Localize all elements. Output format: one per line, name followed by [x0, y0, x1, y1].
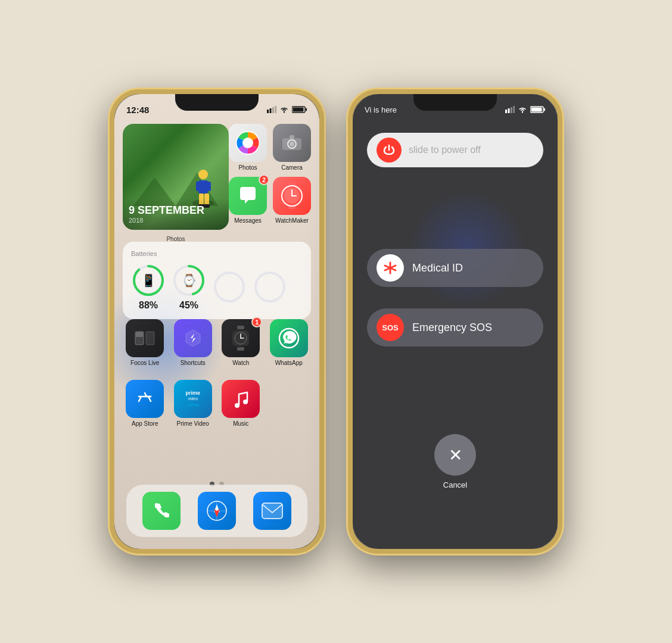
battery-title: Batteries [131, 250, 303, 257]
svg-point-32 [215, 273, 244, 301]
photo-widget[interactable]: 9 SEPTEMBER 2018 [123, 124, 229, 230]
battery-watch: ⌚ 45% [172, 263, 206, 311]
battery-empty1 [212, 270, 247, 304]
svg-rect-11 [207, 182, 211, 191]
watch-badge: 1 [251, 317, 262, 327]
svg-rect-2 [272, 107, 274, 113]
music-icon-img [222, 380, 260, 418]
cancel-label: Cancel [443, 480, 467, 489]
watchmaker-icon-img [273, 177, 311, 215]
wifi-icon [279, 106, 289, 113]
battery-icon-2 [530, 106, 546, 113]
signal-icon [267, 106, 276, 113]
asterisk-icon [384, 261, 397, 274]
svg-rect-55 [514, 106, 515, 113]
primevideo-label: Prime Video [177, 420, 209, 427]
cancel-button[interactable]: ✕ Cancel [434, 434, 476, 489]
svg-point-33 [256, 273, 284, 301]
appstore-svg [134, 388, 155, 410]
notch [175, 94, 259, 111]
music-label: Music [233, 420, 248, 427]
medical-id-label: Medical ID [412, 262, 463, 274]
app-watchmaker[interactable]: WatchMaker [273, 177, 311, 224]
photos-icon-img [229, 124, 267, 162]
battery-iphone-pct: 88% [139, 300, 158, 311]
dock-phone[interactable] [142, 492, 181, 530]
focos-svg [134, 329, 155, 347]
phone-svg [151, 501, 172, 521]
app-row-1: Focos Live Shortcuts 1 [123, 319, 311, 366]
dock-phone-icon [142, 492, 181, 530]
emergency-sos-button[interactable]: SOS Emergency SOS [367, 308, 543, 347]
app-whatsapp[interactable]: WhatsApp [267, 319, 312, 366]
phone1: 12:48 [110, 89, 324, 554]
prime-inner: prime video [185, 391, 200, 407]
svg-rect-5 [306, 108, 307, 111]
dock-mail[interactable] [253, 492, 291, 530]
power-slider[interactable]: slide to power off [367, 133, 543, 167]
cancel-circle[interactable]: ✕ [434, 434, 476, 476]
app-primevideo[interactable]: prime video Prime Video [171, 380, 216, 427]
slide-label: slide to power off [409, 145, 481, 155]
watchmaker-svg [281, 183, 303, 209]
battery-widget: Batteries 📱 88% [123, 242, 311, 319]
svg-point-45 [243, 399, 248, 404]
dock-mail-icon [253, 492, 291, 530]
shortcuts-label: Shortcuts [181, 360, 206, 366]
svg-rect-57 [544, 108, 545, 111]
blur-overlay [353, 177, 558, 549]
app-focos[interactable]: Focos Live [123, 319, 167, 366]
svg-rect-37 [237, 326, 244, 329]
svg-rect-6 [293, 108, 304, 112]
whatsapp-svg [278, 327, 300, 349]
battery-empty2-circle [253, 270, 287, 304]
dock-safari-icon [198, 492, 236, 530]
camera-icon-img [273, 124, 311, 162]
battery-circles: 📱 88% ⌚ 45% [131, 263, 303, 311]
medical-id-button[interactable]: Medical ID [367, 249, 543, 287]
svg-point-8 [198, 170, 208, 179]
status-location: Vi is here [365, 105, 397, 114]
focos-label: Focos Live [130, 360, 159, 366]
messages-svg [238, 186, 258, 206]
camera-svg [282, 135, 301, 151]
app-music[interactable]: Music [219, 380, 263, 427]
whatsapp-icon-img [270, 319, 308, 357]
shortcuts-icon-img [174, 319, 212, 357]
photos-wheel [235, 130, 260, 155]
dock-safari[interactable] [198, 492, 236, 530]
iphone-icon: 📱 [141, 273, 156, 288]
watch-icon-img: 1 [222, 319, 260, 357]
app-appstore[interactable]: App Store [123, 380, 167, 427]
photo-widget-overlay: 9 SEPTEMBER 2018 [123, 198, 229, 230]
power-button[interactable] [377, 138, 402, 163]
app-shortcuts[interactable]: Shortcuts [171, 319, 216, 366]
phone2: Vi is here [348, 89, 562, 554]
primevideo-icon-img: prime video [174, 380, 212, 418]
svg-rect-36 [146, 332, 154, 345]
wifi-icon-2 [518, 106, 527, 113]
watch-label: Watch [232, 360, 249, 366]
messages-label: Messages [234, 217, 262, 224]
top-app-grid: Photos Camera 2 [229, 124, 311, 224]
camera-label: Camera [281, 164, 303, 171]
svg-rect-54 [511, 107, 512, 113]
status-icons [267, 106, 307, 113]
app-watch[interactable]: 1 Watch [219, 319, 263, 366]
appstore-icon-img [126, 380, 164, 418]
emergency-sos-label: Emergency SOS [412, 322, 492, 334]
battery-watch-circle: ⌚ [172, 263, 206, 298]
shortcuts-svg [182, 327, 204, 349]
prime-swoosh [187, 401, 199, 407]
sos-text: SOS [382, 323, 398, 332]
circle-svg-e1 [212, 270, 247, 304]
app-messages[interactable]: 2 Messages [229, 177, 267, 224]
svg-rect-1 [270, 108, 272, 113]
svg-rect-0 [267, 110, 269, 113]
app-photos[interactable]: Photos [229, 124, 267, 171]
signal-icon-2 [505, 106, 515, 113]
svg-rect-53 [508, 108, 510, 113]
app-camera[interactable]: Camera [273, 124, 311, 171]
cancel-icon: ✕ [449, 445, 462, 465]
battery-icon [292, 106, 307, 113]
